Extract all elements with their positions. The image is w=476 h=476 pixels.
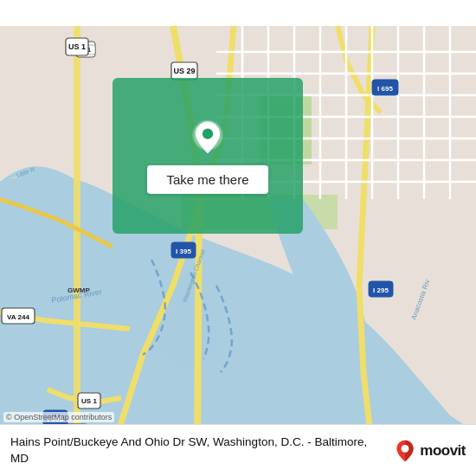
map-background: US 1 US 1 US 29 I 395 I 295 I 695 VA 244…: [0, 0, 476, 476]
svg-point-51: [203, 128, 213, 138]
svg-text:US 1: US 1: [68, 42, 86, 51]
moovit-logo: moovit: [393, 439, 466, 463]
svg-text:US 29: US 29: [173, 67, 195, 75]
svg-text:VA 244: VA 244: [7, 313, 29, 321]
moovit-pin-icon: [393, 439, 417, 463]
osm-attribution: © OpenStreetMap contributors: [3, 412, 114, 422]
svg-text:I 295: I 295: [373, 286, 389, 294]
location-text: Hains Point/Buckeye And Ohio Dr SW, Wash…: [10, 434, 393, 467]
svg-text:US 1: US 1: [81, 397, 97, 405]
svg-text:I 695: I 695: [377, 85, 393, 93]
bottom-bar: Hains Point/Buckeye And Ohio Dr SW, Wash…: [0, 424, 476, 476]
moovit-text: moovit: [420, 442, 466, 460]
svg-point-52: [402, 445, 409, 453]
svg-rect-5: [74, 26, 80, 450]
map-container: US 1 US 1 US 29 I 395 I 295 I 695 VA 244…: [0, 0, 476, 476]
location-overlay: Take me there: [113, 78, 303, 234]
take-me-there-button[interactable]: Take me there: [147, 165, 267, 194]
svg-text:I 395: I 395: [176, 248, 191, 255]
location-pin-icon: [189, 119, 227, 157]
